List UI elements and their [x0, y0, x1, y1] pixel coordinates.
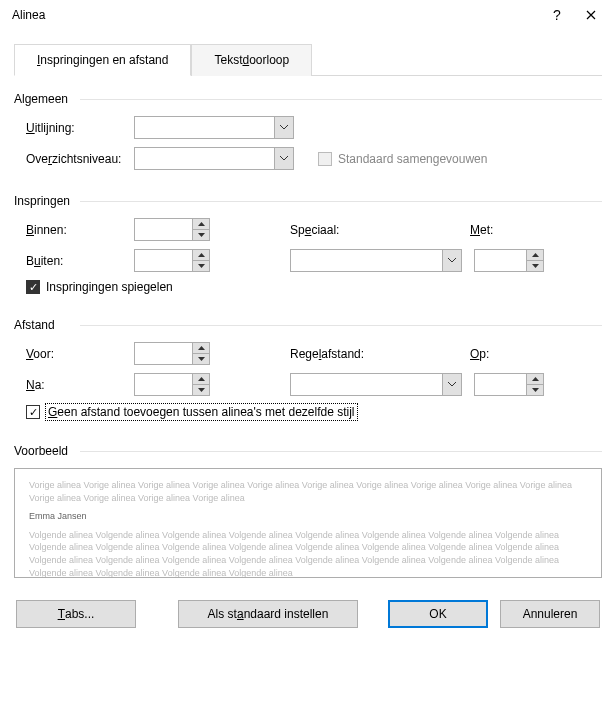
tab-textflow[interactable]: Tekstdoorloop: [191, 44, 312, 76]
set-default-button[interactable]: Als standaard instellen: [178, 600, 358, 628]
dialog-title: Alinea: [12, 8, 540, 22]
spin-down-icon[interactable]: [527, 385, 543, 395]
inside-spinner[interactable]: [134, 218, 210, 241]
collapsed-checkbox: [318, 152, 332, 166]
section-indent: Inspringen: [14, 194, 602, 208]
preview-sample: Emma Jansen: [29, 510, 587, 523]
special-label: Speciaal:: [290, 223, 470, 237]
alignment-dropdown[interactable]: [134, 116, 294, 139]
tab-strip: Inspringingen en afstand Tekstdoorloop: [14, 44, 602, 76]
inside-label: Binnen:: [14, 223, 134, 237]
mirror-checkbox[interactable]: ✓: [26, 280, 40, 294]
section-general: Algemeen: [14, 92, 602, 106]
spin-down-icon[interactable]: [193, 261, 209, 271]
nospace-checkbox[interactable]: ✓: [26, 405, 40, 419]
spin-up-icon[interactable]: [193, 374, 209, 385]
titlebar: Alinea ?: [0, 0, 616, 30]
outside-label: Buiten:: [14, 254, 134, 268]
spin-down-icon[interactable]: [193, 385, 209, 395]
tab-indent-spacing[interactable]: Inspringingen en afstand: [14, 44, 191, 76]
section-preview: Voorbeeld: [14, 444, 602, 458]
nospace-label: Geen afstand toevoegen tussen alinea's m…: [46, 404, 357, 420]
spin-up-icon[interactable]: [193, 219, 209, 230]
chevron-down-icon: [274, 148, 293, 169]
preview-next: Volgende alinea Volgende alinea Volgende…: [29, 529, 587, 578]
section-spacing: Afstand: [14, 318, 602, 332]
close-button[interactable]: [574, 1, 608, 29]
before-label: Voor:: [14, 347, 134, 361]
spin-up-icon[interactable]: [193, 250, 209, 261]
chevron-down-icon: [442, 374, 461, 395]
mirror-label: Inspringingen spiegelen: [46, 280, 173, 294]
spin-down-icon[interactable]: [527, 261, 543, 271]
after-label: Na:: [14, 378, 134, 392]
at-label: Op:: [470, 347, 489, 361]
outside-spinner[interactable]: [134, 249, 210, 272]
special-dropdown[interactable]: [290, 249, 462, 272]
chevron-down-icon: [274, 117, 293, 138]
preview-previous: Vorige alinea Vorige alinea Vorige aline…: [29, 479, 587, 504]
outline-label: Overzichtsniveau:: [14, 152, 134, 166]
collapsed-label: Standaard samengevouwen: [338, 152, 487, 166]
spin-down-icon[interactable]: [193, 230, 209, 240]
spin-up-icon[interactable]: [527, 374, 543, 385]
alignment-label: Uitlijning:: [14, 121, 134, 135]
by-spinner[interactable]: [474, 249, 544, 272]
spin-up-icon[interactable]: [527, 250, 543, 261]
spin-down-icon[interactable]: [193, 354, 209, 364]
at-spinner[interactable]: [474, 373, 544, 396]
linespacing-dropdown[interactable]: [290, 373, 462, 396]
linespacing-label: Regelafstand:: [290, 347, 470, 361]
spin-up-icon[interactable]: [193, 343, 209, 354]
before-spinner[interactable]: [134, 342, 210, 365]
help-button[interactable]: ?: [540, 1, 574, 29]
chevron-down-icon: [442, 250, 461, 271]
preview-box: Vorige alinea Vorige alinea Vorige aline…: [14, 468, 602, 578]
outline-dropdown[interactable]: [134, 147, 294, 170]
by-label: Met:: [470, 223, 493, 237]
after-spinner[interactable]: [134, 373, 210, 396]
tabs-button[interactable]: Tabs...: [16, 600, 136, 628]
ok-button[interactable]: OK: [388, 600, 488, 628]
cancel-button[interactable]: Annuleren: [500, 600, 600, 628]
